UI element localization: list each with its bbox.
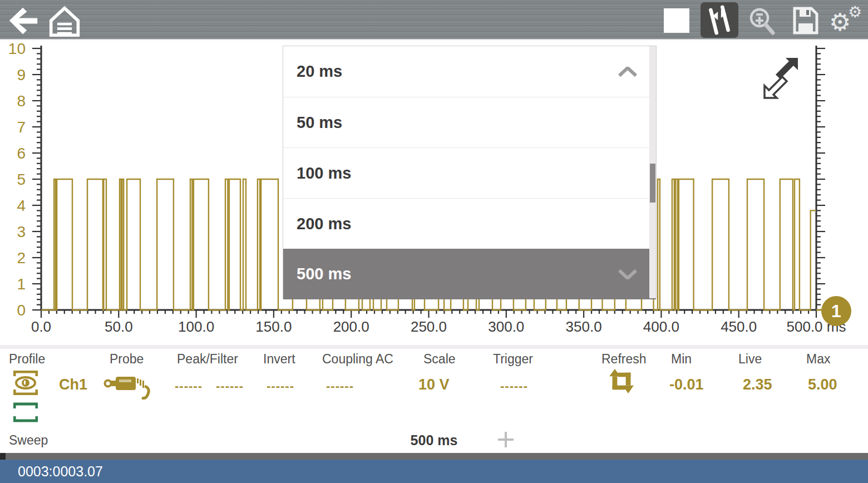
svg-text:50.0: 50.0: [105, 318, 133, 335]
sweep-option-50ms[interactable]: 50 ms: [283, 97, 656, 147]
profile-hidden-icon[interactable]: [13, 401, 38, 424]
header-trigger: Trigger: [493, 352, 533, 367]
sweep-option-label: 500 ms: [297, 265, 351, 283]
divider-bar: [0, 453, 868, 460]
svg-text:350.0: 350.0: [566, 318, 602, 335]
header-refresh: Refresh: [601, 352, 647, 367]
svg-text:1: 1: [831, 301, 841, 321]
divider-notch: [0, 453, 6, 460]
svg-text:450.0: 450.0: [721, 318, 757, 335]
svg-text:150.0: 150.0: [255, 318, 292, 335]
trigger-setting[interactable]: ------: [500, 379, 526, 393]
stop-button[interactable]: [664, 8, 689, 33]
status-text: 0003:0003.07: [18, 464, 103, 480]
header-min: Min: [671, 352, 692, 367]
probe-icon[interactable]: [103, 372, 155, 400]
header-live: Live: [738, 352, 762, 367]
channel-label[interactable]: Ch1: [59, 376, 87, 393]
header-max: Max: [806, 352, 830, 367]
coupling-setting[interactable]: ------: [326, 379, 352, 393]
save-button[interactable]: [792, 6, 819, 36]
sweep-value[interactable]: 500 ms: [389, 432, 479, 448]
max-value: 5.00: [808, 376, 837, 393]
cursors-button[interactable]: [701, 2, 738, 38]
stop-icon: [664, 8, 689, 33]
sweep-option-100ms[interactable]: 100 ms: [283, 147, 656, 198]
expand-icon[interactable]: [765, 58, 798, 98]
settings-button[interactable]: ⚙ ⚙: [828, 1, 865, 39]
sweep-option-20ms[interactable]: 20 ms: [283, 46, 656, 97]
svg-text:2: 2: [17, 249, 26, 267]
cursors-icon: [703, 3, 736, 37]
header-profile: Profile: [9, 352, 45, 367]
header-coupling-ac: Coupling AC: [322, 352, 393, 367]
sweep-option-500ms[interactable]: 500 ms: [283, 249, 656, 299]
peak-setting[interactable]: ------: [175, 379, 200, 393]
status-bar: 0003:0003.07: [0, 460, 868, 483]
dropdown-scrollbar[interactable]: [649, 46, 656, 298]
svg-text:10: 10: [8, 40, 26, 57]
filter-setting[interactable]: ------: [216, 379, 241, 393]
svg-text:100.0: 100.0: [178, 318, 214, 335]
save-icon: [792, 6, 819, 35]
header-peak-filter: Peak/Filter: [177, 352, 238, 367]
scroll-down-icon[interactable]: [618, 269, 637, 279]
svg-text:0: 0: [17, 302, 26, 319]
toolbar: ⚙ ⚙: [0, 0, 868, 40]
svg-text:7: 7: [17, 119, 26, 136]
svg-text:250.0: 250.0: [411, 318, 447, 335]
scale-value[interactable]: 10 V: [418, 376, 450, 393]
svg-text:200.0: 200.0: [333, 318, 369, 335]
sweep-dropdown: 20 ms 50 ms 100 ms 200 ms 500 ms: [283, 46, 657, 299]
sweep-label: Sweep: [9, 433, 48, 448]
refresh-icon[interactable]: [609, 368, 634, 394]
header-scale: Scale: [423, 352, 456, 367]
sweep-option-label: 50 ms: [297, 114, 342, 132]
live-value: 2.35: [743, 376, 772, 393]
svg-text:300.0: 300.0: [488, 318, 524, 335]
scope-app: ⚙ ⚙ 0123456789100.050.0100.0150.0200.025…: [0, 0, 868, 483]
sweep-option-label: 100 ms: [297, 164, 351, 183]
home-button[interactable]: [47, 4, 82, 38]
svg-text:4: 4: [17, 197, 26, 214]
back-button[interactable]: [6, 6, 41, 37]
svg-text:5: 5: [17, 171, 26, 188]
sweep-option-200ms[interactable]: 200 ms: [283, 198, 656, 249]
header-invert: Invert: [263, 352, 295, 367]
settings-icon: ⚙ ⚙: [828, 1, 865, 39]
invert-setting[interactable]: ------: [267, 379, 292, 393]
dropdown-scrollbar-thumb[interactable]: [650, 164, 655, 203]
zoom-in-icon: [746, 4, 777, 37]
svg-text:6: 6: [17, 145, 26, 162]
header-probe: Probe: [110, 352, 144, 367]
scroll-up-icon[interactable]: [618, 67, 637, 77]
zoom-button[interactable]: [746, 4, 777, 37]
sweep-option-label: 20 ms: [297, 62, 342, 81]
min-value: -0.01: [669, 376, 704, 393]
svg-text:9: 9: [17, 66, 26, 83]
svg-text:1: 1: [17, 275, 26, 293]
sweep-option-label: 200 ms: [297, 215, 351, 233]
home-icon: [48, 5, 81, 37]
svg-text:8: 8: [17, 92, 26, 110]
svg-text:3: 3: [17, 223, 26, 240]
back-icon: [7, 6, 40, 36]
plus-icon[interactable]: [497, 431, 515, 448]
svg-text:0.0: 0.0: [31, 318, 51, 335]
profile-visible-icon[interactable]: [13, 371, 38, 395]
panel-separator: [0, 345, 868, 349]
svg-text:400.0: 400.0: [643, 318, 679, 335]
